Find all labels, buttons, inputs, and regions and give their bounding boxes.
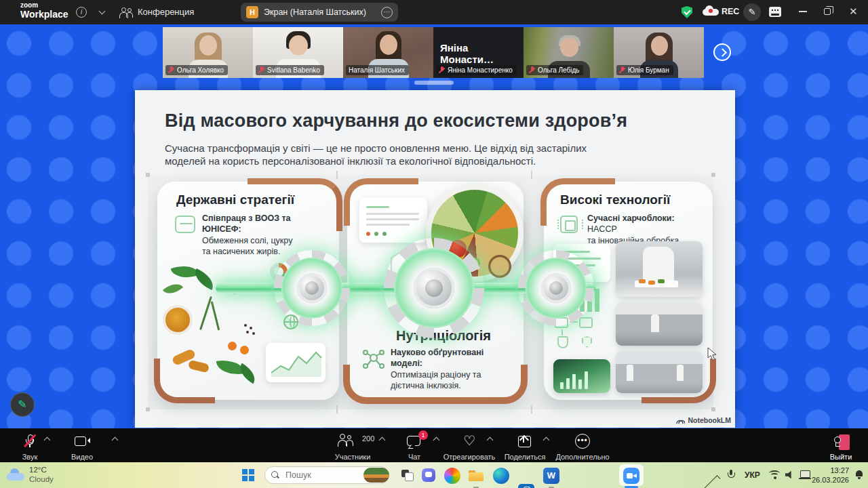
tab-more-icon[interactable]: ⋯: [381, 7, 393, 18]
annotate-pencil-icon[interactable]: ✎: [743, 3, 761, 21]
clock[interactable]: 13:27 26.03.2026: [811, 466, 849, 485]
participant-tile-name: Яніна Монасти…: [433, 42, 524, 65]
react-label: Отреагировать: [438, 453, 500, 461]
security-shield-icon[interactable]: [682, 6, 692, 18]
subtitle-line1: Сучасна трансформація у світі — це не пр…: [165, 142, 587, 155]
card-lead: Співпраця з ВООЗ та ЮНІСЕФ:: [202, 214, 291, 234]
chat-app-icon[interactable]: [422, 468, 435, 482]
slide-subtitle: Сучасна трансформація у світі — це не пр…: [165, 142, 587, 167]
muted-mic-icon: [168, 66, 174, 74]
battery-icon[interactable]: [799, 470, 811, 479]
participant-thumbnail[interactable]: Svitlana Babenko: [253, 27, 343, 78]
cloud-recording-icon: [703, 5, 719, 16]
participant-thumbnail-active[interactable]: Наталія Шатських: [343, 27, 433, 78]
chip-icon: [560, 216, 578, 233]
guide-line: [531, 405, 532, 413]
participant-name: Наталія Шатських: [349, 66, 405, 74]
green-dashboard-photo: [553, 359, 610, 393]
chat-label: Чат: [395, 453, 433, 461]
restore-button[interactable]: [824, 8, 831, 15]
participant-name: Ольга Холявко: [177, 66, 224, 74]
handshake-icon: [175, 216, 195, 233]
avatar: Н: [246, 6, 258, 18]
meeting-people-icon: [119, 7, 133, 17]
rec-label: REC: [722, 7, 739, 16]
strip-pagination-indicator[interactable]: [414, 81, 454, 85]
leave-label: Выйти: [823, 453, 859, 461]
video-label: Видео: [62, 453, 102, 461]
participant-thumbnail[interactable]: Юлія Бурман: [614, 27, 704, 78]
chevron-down-icon[interactable]: [99, 8, 106, 15]
notifications-bell-icon[interactable]: [854, 470, 863, 479]
edge-icon[interactable]: [493, 468, 509, 484]
close-button[interactable]: ✕: [849, 5, 858, 18]
zoom-toolbar: Звук Видео 200 Участники 1 Чат ♡ Отреаги…: [0, 428, 868, 462]
word-icon[interactable]: W: [543, 468, 559, 484]
card-body: дієтична інклюзія.: [391, 381, 461, 390]
next-participants-button[interactable]: [713, 43, 731, 61]
participants-icon: [337, 434, 353, 449]
card-body: Обмеження солі, цукру: [202, 236, 292, 245]
more-label: Дополнительно: [551, 453, 614, 461]
file-explorer-icon[interactable]: [468, 468, 484, 484]
taskbar-search[interactable]: [264, 466, 389, 484]
card-lead: Сучасні харчоблоки:: [587, 214, 675, 223]
speaker-icon[interactable]: [785, 470, 795, 479]
chef-photo: [616, 241, 703, 297]
participants-options-chevron[interactable]: [379, 437, 386, 444]
zoom-app-icon[interactable]: [623, 468, 639, 484]
search-icon: [271, 471, 279, 479]
line-chart-panel: [266, 343, 326, 382]
participant-name: Svitlana Babenko: [267, 66, 320, 74]
audio-options-chevron[interactable]: [44, 437, 51, 444]
more-ellipsis-icon: •••: [575, 434, 590, 449]
participants-count: 200: [362, 434, 374, 443]
mic-muted-icon: [22, 434, 37, 449]
participant-thumbnail[interactable]: Яніна Монасти… Яніна Монастиренко: [433, 27, 524, 78]
participant-name: Юлія Бурман: [628, 66, 669, 74]
tray-mic-icon[interactable]: [727, 470, 735, 481]
search-input[interactable]: [284, 470, 359, 481]
notebooklm-label: NotebookLM: [688, 416, 731, 424]
task-view-icon[interactable]: [401, 470, 413, 480]
cloud-icon: [7, 468, 24, 481]
line-chart: [266, 343, 326, 382]
logo-line2: Workplace: [20, 9, 68, 20]
tray-time: 13:27: [811, 466, 849, 475]
card-body: Оптимізація раціону та: [391, 370, 481, 380]
tray-expand-chevron[interactable]: [699, 475, 721, 488]
microsoft-store-icon[interactable]: [518, 484, 534, 488]
start-button[interactable]: [242, 469, 254, 481]
corner-mark: [711, 173, 715, 177]
windows-taskbar: 12°C Cloudy W 94 УКР 13:27: [0, 462, 868, 488]
language-indicator[interactable]: УКР: [745, 470, 760, 480]
tab-shared-screen-label: Экран (Наталія Шатських): [264, 7, 376, 17]
copilot-icon[interactable]: [444, 468, 460, 484]
apps-grid-icon[interactable]: [769, 7, 781, 17]
minimize-button[interactable]: [799, 11, 807, 12]
weather-widget[interactable]: 12°C Cloudy: [7, 465, 54, 485]
chat-badge: 1: [418, 430, 428, 440]
muted-mic-icon: [439, 66, 445, 74]
molecule-icon: [362, 348, 385, 371]
react-options-chevron[interactable]: [487, 437, 494, 444]
share-options-chevron[interactable]: [543, 437, 550, 444]
tab-shared-screen[interactable]: Н Экран (Наталія Шатських) ⋯: [241, 3, 398, 22]
weather-temp: 12°C: [29, 465, 54, 474]
gear-graphic: [518, 250, 594, 326]
document-panel: [359, 198, 427, 243]
card-body: та насичених жирів.: [202, 247, 280, 256]
muted-mic-icon: [258, 66, 264, 74]
notebooklm-icon: [676, 418, 685, 424]
annotation-pencil-button[interactable]: ✎: [10, 392, 35, 417]
muted-mic-icon: [529, 66, 535, 74]
participant-thumbnail[interactable]: Ольга Лебідь: [524, 27, 614, 78]
tray-date: 26.03.2026: [811, 475, 849, 485]
wifi-icon[interactable]: [769, 470, 780, 479]
chat-options-chevron[interactable]: [433, 437, 440, 444]
info-icon[interactable]: i: [76, 7, 87, 18]
video-options-chevron[interactable]: [112, 437, 119, 444]
kitchen-photo-2: [616, 351, 703, 393]
participant-thumbnail[interactable]: Ольга Холявко: [163, 27, 253, 78]
tab-meeting[interactable]: Конференция: [138, 7, 194, 17]
